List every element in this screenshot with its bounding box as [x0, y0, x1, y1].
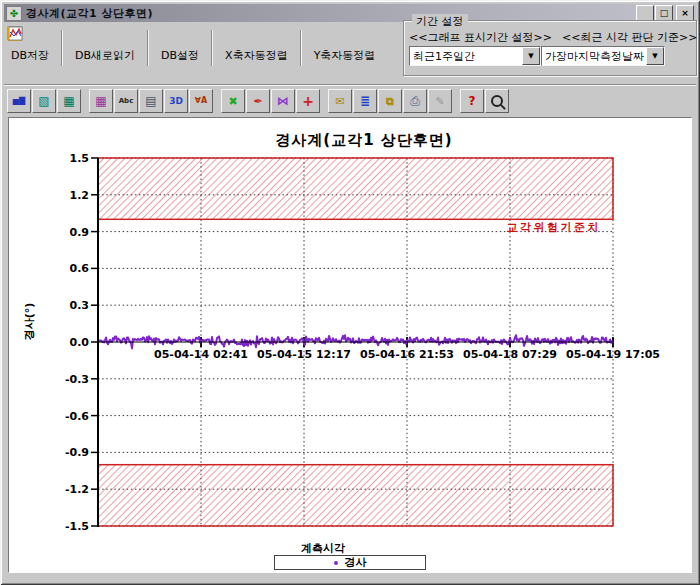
print-icon: ⎙ [410, 95, 420, 107]
db-reload-button[interactable]: DB새로읽기 [70, 26, 140, 65]
edit-pencil-button: ✎ [428, 89, 452, 113]
svg-text:-1.5: -1.5 [65, 520, 89, 533]
crosshair-button[interactable]: + [296, 89, 320, 113]
display-period-label: <<그래프 표시기간 설정>> [409, 30, 552, 45]
svg-text:-0.6: -0.6 [65, 410, 89, 423]
point-edit-button[interactable]: ✒ [246, 89, 270, 113]
legend-box: 경사 [274, 555, 426, 570]
chevron-down-icon[interactable]: ▼ [522, 47, 540, 65]
maximize-button[interactable]: □ [655, 5, 673, 21]
x-tick-label: 05-04-14 02:41 [154, 348, 248, 361]
series-style-button[interactable]: ⋈ [271, 89, 295, 113]
db-save-label: DB저장 [11, 48, 49, 63]
print-button[interactable]: ⎙ [403, 89, 427, 113]
y-axis-auto-align-label: Y축자동정렬 [314, 48, 376, 63]
toolbar-separator [211, 30, 213, 66]
svg-text:0.6: 0.6 [70, 262, 90, 275]
grid-style-button[interactable]: ▦ [89, 89, 113, 113]
chart-title: 경사계(교각1 상단후면) [59, 131, 669, 150]
bar-chart-button[interactable]: ▅▇ [7, 89, 31, 113]
svg-text:교각위험기준치: 교각위험기준치 [507, 221, 602, 234]
period-settings-title: 기간 설정 [412, 14, 468, 29]
axis-bar-chart-button[interactable]: ▦ [57, 89, 81, 113]
rotate-font-icon: ∀A [195, 97, 207, 105]
window-title: 경사계(교각1 상단후면) [26, 6, 635, 21]
y-axis-label: 경사(°) [22, 284, 37, 360]
rotate-font-button[interactable]: ∀A [189, 89, 213, 113]
time-basis-value: 가장마지막측정날짜 [542, 47, 646, 65]
point-edit-icon: ✒ [253, 96, 262, 107]
dissolve-icon: ✖ [228, 96, 237, 107]
x-tick-label: 05-04-16 21:53 [360, 348, 454, 361]
x-axis-auto-align-label: X축자동정렬 [225, 48, 288, 63]
zoom-button[interactable] [485, 89, 509, 113]
period-settings-groupbox: 기간 설정 <<그래프 표시기간 설정>> <<최근 시각 판단 기준>> 최근… [403, 20, 697, 76]
recent-time-basis-label: <<최근 시각 판단 기준>> [562, 30, 697, 45]
export-chart-icon: ✉ [335, 96, 344, 107]
app-window: ✤ 경사계(교각1 상단후면) _ □ × DB저장 DB새로읽기 DB [0, 0, 700, 585]
toolbar-separator [147, 30, 149, 66]
dissolve-button[interactable]: ✖ [221, 89, 245, 113]
data-list-icon: ≣ [360, 95, 370, 107]
time-basis-dropdown[interactable]: 가장마지막측정날짜 ▼ [541, 46, 665, 66]
db-settings-button[interactable]: DB설정 [156, 26, 204, 65]
chart-toolbar: ▅▇▧▦▦Abc▤3D∀A✖✒⋈+✉≣⧉⎙✎? [7, 89, 510, 113]
view-3d-button[interactable]: 3D [164, 89, 188, 113]
chart-panel: 교각위험기준치1.51.20.90.60.30.0-0.3-0.6-0.9-1.… [8, 117, 692, 573]
x-axis-label: 계측시각 [301, 541, 345, 556]
x-tick-label: 05-04-15 12:17 [257, 348, 351, 361]
bar-chart-icon: ▅▇ [13, 97, 25, 105]
series-style-icon: ⋈ [277, 95, 289, 107]
close-button[interactable]: × [676, 5, 694, 21]
y-axis-auto-align-button[interactable]: Y축자동정렬 [309, 26, 381, 65]
x-tick-label: 05-04-19 17:05 [566, 348, 660, 361]
db-settings-label: DB설정 [161, 48, 199, 63]
help-button[interactable]: ? [460, 89, 484, 113]
view-3d-icon: 3D [169, 97, 183, 106]
main-toolbar: DB저장 DB새로읽기 DB설정 X축자동정렬 [6, 26, 380, 84]
toolbar-separator [61, 30, 63, 66]
crosshair-icon: + [302, 94, 314, 108]
export-chart-button[interactable]: ✉ [328, 89, 352, 113]
chevron-down-icon[interactable]: ▼ [646, 47, 664, 65]
grid-axes-icon: ▤ [145, 95, 156, 107]
font-abc-icon: Abc [119, 98, 134, 105]
svg-text:1.5: 1.5 [70, 152, 90, 165]
svg-text:0.0: 0.0 [70, 336, 90, 349]
chart-3d-book-icon: ▧ [38, 95, 49, 107]
x-axis-auto-align-button[interactable]: X축자동정렬 [220, 26, 293, 65]
display-period-value: 최근1주일간 [410, 47, 522, 65]
svg-text:1.2: 1.2 [70, 189, 90, 202]
db-reload-label: DB새로읽기 [75, 48, 135, 63]
grid-axes-button[interactable]: ▤ [139, 89, 163, 113]
toolbar-groove [4, 84, 696, 86]
minimize-button[interactable]: _ [636, 5, 654, 21]
label-tag-button[interactable]: ⧉ [378, 89, 402, 113]
toolbar-separator [300, 30, 302, 66]
display-period-dropdown[interactable]: 최근1주일간 ▼ [409, 46, 541, 66]
legend-series-label: 경사 [345, 555, 367, 570]
help-icon: ? [469, 95, 476, 107]
svg-text:0.3: 0.3 [70, 299, 90, 312]
label-tag-icon: ⧉ [386, 96, 394, 107]
svg-text:-1.2: -1.2 [65, 483, 89, 496]
svg-text:0.9: 0.9 [70, 226, 90, 239]
svg-text:-0.3: -0.3 [65, 373, 89, 386]
svg-text:-0.9: -0.9 [65, 446, 89, 459]
edit-pencil-icon: ✎ [435, 96, 444, 107]
font-abc-button[interactable]: Abc [114, 89, 138, 113]
inclination-plot: 교각위험기준치1.51.20.90.60.30.0-0.3-0.6-0.9-1.… [9, 118, 693, 574]
axis-bar-chart-icon: ▦ [63, 95, 74, 107]
data-list-button[interactable]: ≣ [353, 89, 377, 113]
chart-3d-book-button[interactable]: ▧ [32, 89, 56, 113]
app-icon: ✤ [6, 6, 22, 21]
grid-style-icon: ▦ [95, 95, 106, 107]
legend-marker-icon [334, 561, 338, 565]
x-tick-label: 05-04-18 07:29 [463, 348, 557, 361]
zoom-icon [491, 95, 503, 107]
